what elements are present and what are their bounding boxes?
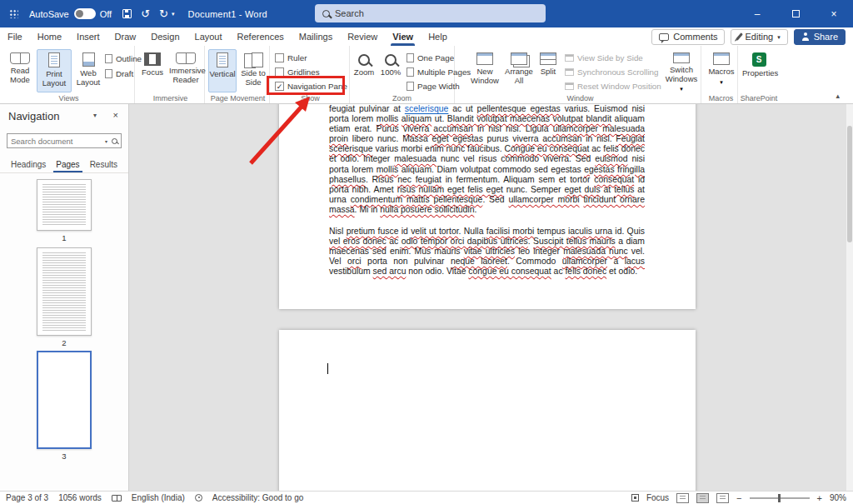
read-mode-button[interactable]: Read Mode [5, 49, 35, 92]
outline-icon [105, 54, 112, 63]
document-text[interactable]: feugiat pulvinar at scelerisque ac ut pe… [279, 104, 696, 277]
zoom-out-button[interactable]: − [736, 493, 741, 503]
undo-icon[interactable]: ↺ [141, 8, 150, 19]
zoom-percentage[interactable]: 90% [830, 493, 846, 502]
autosave-toggle[interactable] [74, 8, 96, 19]
navigation-pane-chevron-icon[interactable]: ▾ [93, 112, 97, 119]
tab-file[interactable]: File [0, 27, 30, 46]
quick-access-dropdown-icon[interactable]: ▾ [172, 11, 175, 17]
page-thumbnail-2[interactable] [37, 247, 92, 336]
reset-window-position-label: Reset Window Position [577, 82, 661, 91]
vertical-button[interactable]: Vertical [208, 49, 237, 92]
tab-references[interactable]: References [230, 27, 292, 46]
vertical-icon [217, 52, 228, 67]
accessibility-status[interactable]: Accessibility: Good to go [212, 493, 304, 502]
share-icon [801, 32, 810, 42]
nav-tab-headings[interactable]: Headings [7, 157, 50, 172]
immersive-reader-button[interactable]: Immersive Reader [168, 49, 203, 92]
focus-button[interactable]: Focus [138, 49, 167, 92]
language-indicator[interactable]: English (India) [132, 493, 185, 502]
tab-view[interactable]: View [385, 27, 421, 46]
macros-button[interactable]: Macros ▾ [706, 49, 737, 92]
side-to-side-icon [244, 52, 262, 67]
comments-icon [659, 33, 669, 41]
vertical-scrollbar[interactable] [846, 104, 853, 491]
navigation-search[interactable]: ▾ [7, 133, 122, 148]
tab-design[interactable]: Design [143, 27, 187, 46]
titlebar-search[interactable] [315, 4, 546, 22]
one-page-icon [407, 53, 414, 62]
web-layout-view-button[interactable] [716, 493, 729, 503]
autosave-label: AutoSave [29, 9, 69, 19]
page-width-button[interactable]: Page Width [407, 80, 460, 92]
share-button[interactable]: Share [794, 29, 846, 45]
navigation-pane: Navigation ▾ × ▾ Headings Pages Results … [0, 104, 129, 491]
vertical-label: Vertical [209, 70, 236, 79]
window-group: New Window Arrange All Split View Side b… [460, 46, 701, 103]
print-layout-view-button[interactable] [696, 493, 709, 503]
search-input[interactable] [335, 8, 518, 18]
proofing-icon[interactable] [112, 495, 122, 502]
tab-row-actions: Comments Editing ▾ Share [651, 29, 853, 45]
print-layout-button[interactable]: Print Layout [37, 49, 72, 92]
navigation-tabs-divider [0, 172, 128, 173]
split-icon [540, 52, 556, 65]
zoom-100-icon [385, 54, 397, 66]
navigation-search-dropdown-icon[interactable]: ▾ [105, 138, 107, 144]
tab-layout[interactable]: Layout [187, 27, 230, 46]
properties-button[interactable]: S Properties [741, 49, 776, 92]
synchronous-scrolling-button: Synchronous Scrolling [565, 66, 658, 78]
navigation-pane-close-icon[interactable]: × [113, 110, 118, 120]
word-count[interactable]: 1056 words [58, 493, 102, 502]
page-movement-group: Vertical Side to Side Page Movement [207, 46, 270, 103]
collapse-ribbon-icon[interactable]: ▴ [836, 92, 840, 100]
zoom-slider-thumb[interactable] [778, 494, 781, 502]
tab-insert[interactable]: Insert [69, 27, 107, 46]
split-button[interactable]: Split [536, 49, 560, 92]
share-label: Share [814, 32, 838, 42]
comments-button[interactable]: Comments [651, 29, 725, 45]
tab-home[interactable]: Home [30, 27, 69, 46]
one-page-button[interactable]: One Page [407, 52, 454, 64]
editing-dropdown-icon: ▾ [777, 34, 781, 40]
focus-mode-button[interactable]: Focus [646, 493, 669, 502]
scrollbar-thumb[interactable] [847, 126, 852, 242]
editing-button[interactable]: Editing ▾ [731, 29, 787, 45]
tab-review[interactable]: Review [340, 27, 385, 46]
tab-mailings[interactable]: Mailings [292, 27, 340, 46]
show-group-label: Show [272, 94, 349, 102]
arrange-all-button[interactable]: Arrange All [503, 49, 535, 92]
document-page-3[interactable] [279, 330, 696, 491]
side-to-side-button[interactable]: Side to Side [238, 49, 268, 92]
ruler-checkbox[interactable]: Ruler [275, 52, 307, 64]
zoom-button[interactable]: Zoom [352, 49, 377, 92]
document-page-2[interactable]: feugiat pulvinar at scelerisque ac ut pe… [279, 104, 696, 309]
tab-help[interactable]: Help [421, 27, 455, 46]
web-layout-button[interactable]: Web Layout [73, 49, 103, 92]
navigation-search-icon[interactable] [112, 138, 117, 144]
new-window-icon [476, 52, 493, 65]
page-thumbnail-1[interactable] [37, 179, 92, 231]
page-thumbnail-3[interactable] [37, 351, 92, 449]
nav-tab-results[interactable]: Results [86, 157, 122, 172]
minimize-button[interactable]: – [738, 0, 776, 27]
save-icon[interactable] [122, 9, 132, 18]
zoom-in-button[interactable]: + [817, 493, 822, 503]
new-window-button[interactable]: New Window [468, 49, 501, 92]
editing-label: Editing [745, 32, 773, 42]
zoom-100-button[interactable]: 100% [378, 49, 403, 92]
navigation-search-input[interactable] [7, 137, 105, 146]
document-area: feugiat pulvinar at scelerisque ac ut pe… [129, 104, 853, 491]
draft-button[interactable]: Draft [105, 67, 133, 80]
close-button[interactable]: × [815, 0, 853, 27]
maximize-button[interactable] [776, 0, 815, 27]
tab-draw[interactable]: Draw [107, 27, 144, 46]
page-indicator[interactable]: Page 3 of 3 [6, 493, 48, 502]
redo-icon[interactable]: ↻ [159, 8, 168, 19]
immersive-group-label: Immersive [137, 94, 204, 102]
nav-tab-pages[interactable]: Pages [52, 157, 83, 172]
zoom-slider[interactable] [750, 497, 810, 499]
switch-windows-button[interactable]: Switch Windows ▾ [663, 49, 700, 92]
read-mode-view-button[interactable] [676, 493, 689, 503]
app-launcher-icon[interactable] [9, 9, 18, 18]
